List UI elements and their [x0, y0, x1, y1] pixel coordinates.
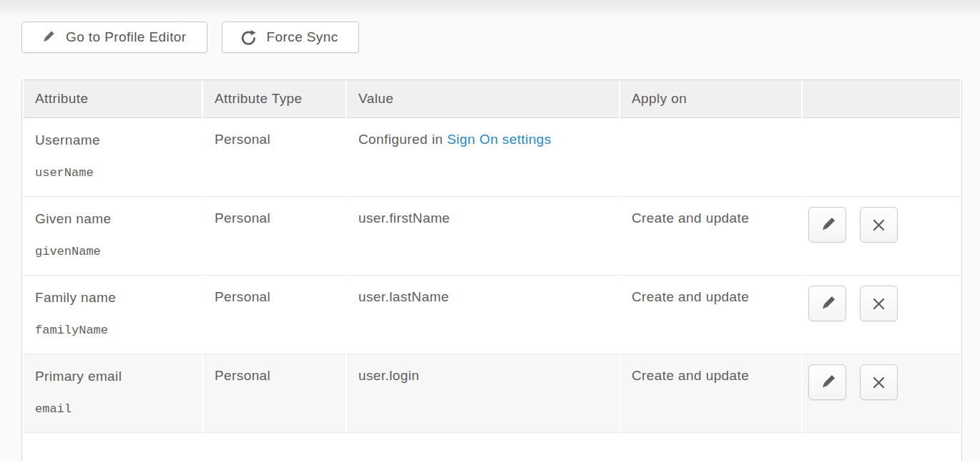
- apply-on-cell: Create and update: [620, 276, 801, 354]
- attribute-variable-name: familyName: [35, 324, 190, 337]
- attribute-variable-name: email: [35, 402, 190, 416]
- pencil-icon: [818, 294, 837, 313]
- value-cell: user.login: [347, 354, 619, 433]
- table-filler-row: [24, 433, 960, 447]
- attribute-variable-name: userName: [35, 166, 190, 180]
- apply-on-cell: Create and update: [620, 197, 801, 276]
- column-header-attribute-type: Attribute Type: [203, 80, 346, 118]
- edit-attribute-button[interactable]: [808, 286, 846, 321]
- close-icon: [871, 296, 886, 311]
- go-to-profile-editor-label: Go to Profile Editor: [66, 29, 187, 45]
- table-row: Username userName Personal Configured in…: [24, 118, 960, 197]
- pencil-icon: [40, 29, 56, 45]
- close-icon: [871, 375, 886, 390]
- attribute-label: Primary email: [35, 368, 190, 385]
- attribute-label: Username: [35, 132, 190, 149]
- table-row: Family name familyName Personal user.las…: [24, 276, 960, 354]
- close-icon: [871, 218, 886, 233]
- sign-on-settings-link[interactable]: Sign On settings: [447, 132, 552, 147]
- value-prefix: Configured in: [358, 132, 447, 147]
- attribute-label: Given name: [35, 210, 190, 228]
- column-header-value: Value: [347, 80, 619, 118]
- row-actions: [808, 364, 954, 400]
- column-header-apply-on: Apply on: [620, 80, 801, 118]
- attribute-type-cell: Personal: [203, 118, 346, 197]
- force-sync-button[interactable]: Force Sync: [222, 21, 359, 53]
- apply-on-cell: Create and update: [620, 354, 801, 433]
- column-header-attribute: Attribute: [24, 80, 202, 118]
- table-header-row: Attribute Attribute Type Value Apply on: [24, 80, 960, 118]
- edit-attribute-button[interactable]: [808, 207, 846, 243]
- column-header-actions: [803, 80, 960, 118]
- go-to-profile-editor-button[interactable]: Go to Profile Editor: [21, 21, 207, 53]
- attribute-type-cell: Personal: [203, 354, 346, 433]
- delete-attribute-button[interactable]: [860, 286, 898, 321]
- pencil-icon: [818, 215, 837, 234]
- attribute-type-cell: Personal: [203, 276, 346, 354]
- delete-attribute-button[interactable]: [860, 364, 898, 400]
- attribute-type-cell: Personal: [203, 197, 346, 276]
- table-row: Given name givenName Personal user.first…: [24, 197, 960, 276]
- apply-on-cell: [620, 118, 801, 197]
- attribute-mapping-table: Attribute Attribute Type Value Apply on …: [21, 79, 962, 461]
- table-row: Primary email email Personal user.login …: [24, 354, 960, 433]
- edit-attribute-button[interactable]: [808, 364, 846, 400]
- attribute-variable-name: givenName: [35, 245, 190, 258]
- value-cell: Configured in Sign On settings: [347, 118, 619, 197]
- refresh-icon: [240, 29, 257, 46]
- pencil-icon: [818, 373, 837, 392]
- row-actions: [808, 207, 954, 243]
- top-fade: [0, 0, 980, 19]
- row-actions: [808, 286, 954, 321]
- value-cell: user.firstName: [347, 197, 619, 276]
- force-sync-label: Force Sync: [267, 29, 338, 45]
- delete-attribute-button[interactable]: [860, 207, 898, 243]
- toolbar: Go to Profile Editor Force Sync: [21, 21, 359, 53]
- value-cell: user.lastName: [347, 276, 619, 354]
- attribute-label: Family name: [35, 289, 190, 306]
